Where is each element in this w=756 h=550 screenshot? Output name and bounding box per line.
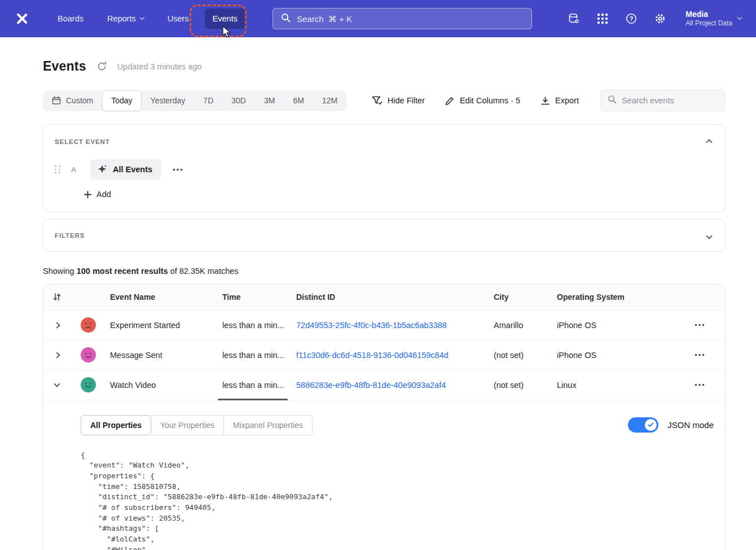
date-range-12m[interactable]: 12M [313,90,346,111]
header-time[interactable]: Time [218,293,292,302]
operating-system: iPhone OS [552,321,673,330]
row-expand-button[interactable] [43,353,71,357]
json-mode-label: JSON mode [667,420,714,430]
filter-funnel-icon [372,96,383,106]
header-event-name[interactable]: Event Name [106,293,218,302]
sort-column-button[interactable] [43,293,71,302]
city: (not set) [489,351,552,360]
row-menu-button[interactable] [673,353,726,356]
row-collapse-button[interactable] [43,384,71,386]
sort-arrows-icon [53,293,61,302]
events-search-bar[interactable] [600,89,726,112]
event-name: Watch Video [106,381,218,390]
toggle-knob [645,419,657,431]
mixpanel-logo-icon[interactable] [14,10,30,27]
events-table: Event Name Time Distinct ID City Operati… [43,284,726,550]
collapse-section-button[interactable] [705,134,714,149]
settings-gear-icon[interactable] [653,12,667,25]
date-range-6m[interactable]: 6M [284,90,313,111]
all-events-chip[interactable]: All Events [90,159,161,180]
header-distinct-id[interactable]: Distinct ID [292,293,489,302]
expand-filters-button[interactable] [705,228,714,243]
select-event-heading: SELECT EVENT [55,138,110,145]
ellipsis-icon [695,353,705,356]
event-avatar [81,317,96,333]
sparkle-icon [97,164,107,174]
properties-tabs: All Properties Your Properties Mixpanel … [81,415,313,435]
selected-event-label: All Events [113,165,152,174]
check-icon [648,422,654,427]
event-avatar [81,347,96,363]
operating-system: Linux [552,381,673,390]
row-menu-button[interactable] [673,383,726,386]
event-row-letter: A [71,165,83,174]
date-range-30d[interactable]: 30D [222,90,255,111]
event-name: Message Sent [106,351,218,360]
chevron-down-icon [54,381,60,387]
updated-timestamp: Updated 3 minutes ago [117,62,202,71]
table-row[interactable]: Message Sent less than a min... f11c30d6… [43,341,725,370]
svg-text:?: ? [630,15,634,22]
chevron-right-icon [54,322,60,328]
distinct-id-link[interactable]: 5886283e-e9fb-48fb-81de-40e9093a2af4 [292,381,489,390]
row-detail-panel: All Properties Your Properties Mixpanel … [43,400,725,550]
tab-all-properties[interactable]: All Properties [81,415,151,435]
date-range-7d[interactable]: 7D [194,90,222,111]
distinct-id-link[interactable]: f11c30d6-dc6d-4518-9136-0d046159c84d [292,351,489,360]
drag-handle-icon[interactable] [55,165,61,173]
header-operating-system[interactable]: Operating System [552,293,673,302]
global-search-bar[interactable] [272,8,532,29]
nav-item-reports[interactable]: Reports [99,8,152,29]
top-navbar: Boards Reports Users Events [0,0,756,37]
hide-filter-button[interactable]: Hide Filter [372,96,425,106]
results-summary: Showing 100 most recent results of 82.35… [43,267,726,276]
chevron-down-icon [737,15,742,20]
chevron-down-icon [139,15,144,20]
operating-system: iPhone OS [552,351,673,360]
ellipsis-icon [695,324,705,326]
date-range-group: Custom Today Yesterday 7D 30D 3M 6M 12M [43,90,346,111]
filters-heading: FILTERS [55,232,85,239]
city: (not set) [489,381,552,390]
edit-columns-button[interactable]: Edit Columns · 5 [445,96,520,106]
json-code-block: { "event": "Watch Video", "properties": … [81,450,714,550]
ellipsis-icon [695,383,705,386]
add-event-button[interactable]: Add [84,190,111,199]
nav-item-events[interactable]: Events [205,8,245,29]
date-range-yesterday[interactable]: Yesterday [142,90,195,111]
row-menu-button[interactable] [673,324,726,326]
calendar-icon [52,96,61,105]
date-range-3m[interactable]: 3M [255,90,284,111]
search-icon [608,95,617,106]
plus-icon [84,191,91,198]
tab-your-properties[interactable]: Your Properties [151,415,224,435]
tab-mixpanel-properties[interactable]: Mixpanel Properties [224,415,313,435]
event-name: Experiment Started [106,321,218,330]
nav-item-boards[interactable]: Boards [50,8,91,29]
header-city[interactable]: City [489,293,552,302]
date-range-today[interactable]: Today [102,90,141,111]
global-search-input[interactable] [297,14,524,24]
apps-grid-icon[interactable] [596,12,609,25]
chevron-down-icon [706,233,712,239]
event-time: less than a min... [218,351,292,360]
horizontal-scrollbar-thumb[interactable] [218,399,288,400]
table-row[interactable]: Experiment Started less than a min... 72… [43,311,725,341]
table-row[interactable]: Watch Video less than a min... 5886283e-… [43,370,725,400]
export-button[interactable]: Export [540,96,579,106]
help-icon[interactable]: ? [625,12,638,25]
events-search-input[interactable] [622,96,727,105]
row-expand-button[interactable] [43,323,71,328]
distinct-id-link[interactable]: 72d49553-25fc-4f0c-b436-1b5ac6ab3388 [292,321,489,330]
project-name: Media [685,9,732,19]
event-time: less than a min... [218,381,292,390]
date-range-custom[interactable]: Custom [43,90,102,111]
event-options-button[interactable] [169,165,186,174]
filters-card: FILTERS [43,219,726,252]
refresh-button[interactable] [96,61,107,72]
search-icon [281,13,291,25]
data-management-icon[interactable] [567,12,581,25]
json-mode-toggle[interactable] [628,417,658,433]
project-switcher[interactable]: Media All Project Data [685,9,741,28]
nav-item-users[interactable]: Users [160,8,197,29]
